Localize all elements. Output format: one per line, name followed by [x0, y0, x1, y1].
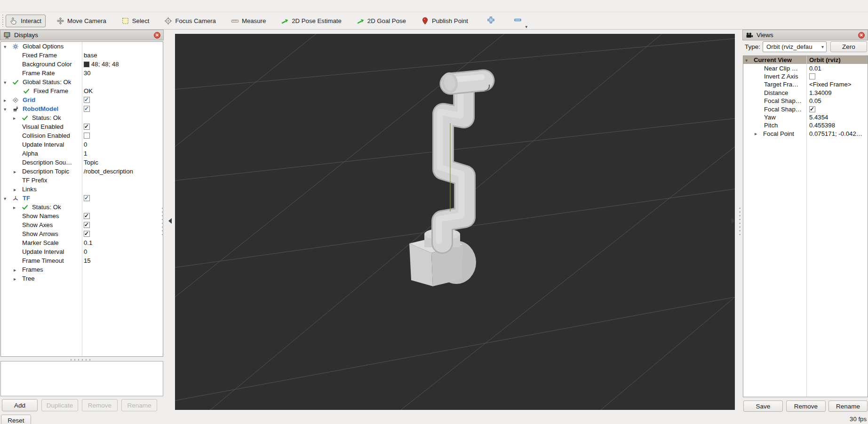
- checkbox[interactable]: [84, 213, 90, 219]
- checkbox[interactable]: [84, 195, 90, 201]
- menu-item[interactable]: [3, 5, 15, 7]
- view-type-dropdown[interactable]: Orbit (rviz_defau ▾: [763, 41, 827, 52]
- checkbox[interactable]: [84, 124, 90, 130]
- duplicate-display-button[interactable]: Duplicate: [41, 399, 78, 411]
- property-row[interactable]: ▾ Current View Orbit (rviz): [743, 56, 868, 64]
- add-display-button[interactable]: Add: [2, 399, 38, 411]
- property-value[interactable]: 0.1: [84, 238, 162, 247]
- property-value[interactable]: [84, 274, 162, 283]
- property-value[interactable]: [84, 78, 162, 86]
- property-value[interactable]: 0.075171; -0.042…: [809, 130, 867, 138]
- property-row[interactable]: ▸ Focal Point 0.075171; -0.042…: [743, 130, 868, 138]
- tool-button[interactable]: Measure: [227, 15, 270, 27]
- remove-view-button[interactable]: Remove: [786, 400, 826, 412]
- add-tool-button[interactable]: [485, 14, 497, 28]
- expander-icon[interactable]: ▸: [755, 131, 763, 136]
- remove-display-button[interactable]: Remove: [82, 399, 118, 411]
- property-value[interactable]: 5.4354: [809, 113, 867, 121]
- expander-icon[interactable]: ▸: [14, 267, 22, 273]
- displays-panel-header[interactable]: Displays ✕: [0, 30, 164, 40]
- tool-button[interactable]: 2D Goal Pose: [352, 15, 410, 27]
- expander-icon[interactable]: ▾: [4, 44, 12, 49]
- expander-icon[interactable]: ▾: [4, 79, 12, 85]
- checkbox[interactable]: [809, 73, 815, 79]
- remove-tool-button[interactable]: ▾: [511, 14, 524, 28]
- property-value[interactable]: 0.455398: [809, 121, 867, 129]
- render-viewport[interactable]: [175, 34, 735, 410]
- close-icon[interactable]: ✕: [858, 32, 865, 39]
- tool-button[interactable]: Interact: [6, 15, 46, 27]
- checkbox[interactable]: [84, 222, 90, 228]
- property-row[interactable]: Focal Shap… 0.05: [743, 97, 868, 105]
- property-row[interactable]: Yaw 5.4354: [743, 113, 868, 121]
- tool-button[interactable]: Publish Point: [417, 15, 472, 27]
- save-view-button[interactable]: Save: [743, 400, 783, 412]
- menu-item[interactable]: [27, 5, 40, 7]
- property-value[interactable]: <Fixed Frame>: [809, 80, 867, 88]
- property-value[interactable]: [84, 131, 162, 140]
- expander-icon[interactable]: ▸: [14, 169, 22, 174]
- zero-button[interactable]: Zero: [830, 41, 867, 52]
- splitter-handle[interactable]: [162, 208, 163, 237]
- property-value[interactable]: [84, 220, 162, 229]
- property-value[interactable]: 15: [84, 256, 162, 265]
- splitter-handle[interactable]: [71, 359, 92, 361]
- property-row[interactable]: Near Clip … 0.01: [743, 64, 868, 72]
- expander-icon[interactable]: ▸: [4, 97, 12, 103]
- property-value[interactable]: base: [84, 51, 162, 60]
- checkbox[interactable]: [809, 106, 815, 112]
- splitter-handle[interactable]: [739, 208, 741, 237]
- property-value[interactable]: 0: [84, 140, 162, 149]
- checkbox[interactable]: [84, 97, 90, 103]
- property-value[interactable]: [84, 194, 162, 203]
- toolbar-drag-handle[interactable]: [1, 15, 4, 27]
- property-value[interactable]: 1.34009: [809, 89, 867, 97]
- column-divider[interactable]: [82, 42, 82, 356]
- expander-icon[interactable]: ▸: [13, 204, 22, 210]
- property-row[interactable]: Target Fra… <Fixed Frame>: [743, 80, 868, 88]
- tool-button[interactable]: 2D Pose Estimate: [277, 15, 346, 27]
- property-row[interactable]: Distance 1.34009: [743, 89, 868, 97]
- tool-button[interactable]: Move Camera: [52, 15, 111, 27]
- property-value[interactable]: OK: [84, 86, 162, 95]
- property-value[interactable]: [84, 265, 162, 274]
- expander-icon[interactable]: ▾: [745, 57, 754, 63]
- property-value[interactable]: [84, 122, 162, 131]
- checkbox[interactable]: [84, 231, 90, 237]
- tool-button[interactable]: Select: [117, 15, 154, 27]
- property-value[interactable]: 0.05: [809, 97, 867, 105]
- property-value[interactable]: 30: [84, 69, 162, 78]
- close-icon[interactable]: ✕: [154, 32, 160, 39]
- tool-button[interactable]: Focus Camera: [160, 15, 220, 27]
- property-value[interactable]: Orbit (rviz): [809, 56, 867, 64]
- column-divider[interactable]: [806, 56, 807, 397]
- checkbox[interactable]: [84, 106, 90, 112]
- expander-icon[interactable]: ▾: [4, 106, 12, 112]
- menu-item[interactable]: [15, 5, 27, 7]
- property-value[interactable]: [84, 203, 162, 212]
- property-value[interactable]: [809, 105, 867, 113]
- views-panel-header[interactable]: Views ✕: [742, 30, 868, 40]
- property-value[interactable]: Topic: [84, 158, 162, 167]
- property-value[interactable]: 0.01: [809, 64, 867, 72]
- property-value[interactable]: 1: [84, 149, 162, 158]
- collapse-left-arrow[interactable]: [168, 218, 172, 224]
- rename-display-button[interactable]: Rename: [121, 399, 157, 411]
- property-value[interactable]: [84, 176, 162, 185]
- property-value[interactable]: 48; 48; 48: [84, 60, 162, 69]
- property-value[interactable]: /robot_description: [84, 167, 162, 176]
- reset-button[interactable]: Reset: [1, 415, 31, 424]
- property-value[interactable]: [809, 72, 867, 80]
- expander-icon[interactable]: ▸: [14, 276, 22, 282]
- expander-icon[interactable]: ▾: [4, 196, 12, 201]
- property-value[interactable]: 0: [84, 247, 162, 256]
- property-value[interactable]: [84, 95, 162, 104]
- property-row[interactable]: Pitch 0.455398: [743, 121, 868, 129]
- property-value[interactable]: [84, 42, 162, 51]
- checkbox[interactable]: [84, 133, 90, 139]
- property-value[interactable]: [84, 229, 162, 238]
- property-value[interactable]: [84, 212, 162, 220]
- collapse-right-arrow[interactable]: [732, 218, 735, 224]
- property-value[interactable]: [84, 113, 162, 122]
- property-row[interactable]: Focal Shap…: [743, 105, 868, 113]
